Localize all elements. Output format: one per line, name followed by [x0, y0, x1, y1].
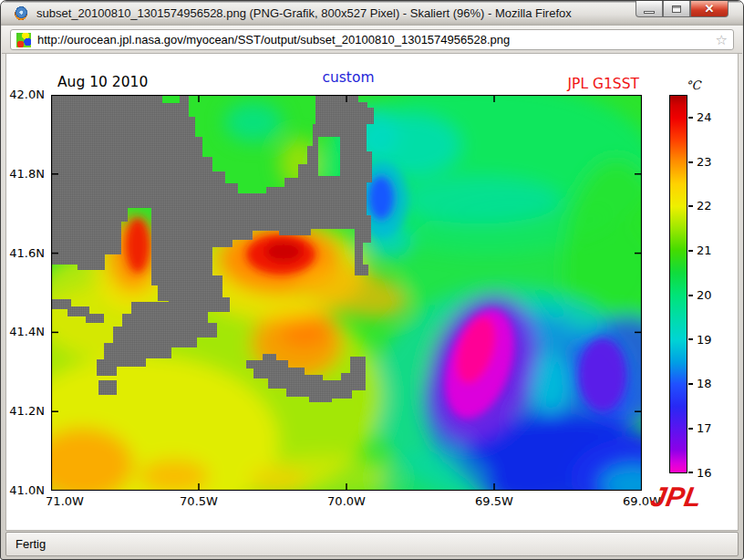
colorbar-tick	[688, 250, 693, 252]
colorbar-tick-label: 21	[697, 244, 724, 257]
title-bar[interactable]: subset_20100810_1301574956528.png (PNG-G…	[1, 1, 743, 26]
jpl-logo: JPL	[648, 482, 704, 513]
colorbar-tick	[688, 205, 693, 207]
colorbar-tick	[688, 338, 693, 340]
y-tick-label: 41.2N	[6, 404, 45, 418]
x-tick-label: 70.5W	[179, 494, 219, 508]
close-icon: ✕	[705, 3, 715, 15]
x-tick-label: 70.0W	[326, 494, 367, 508]
firefox-icon	[13, 5, 29, 22]
maximize-button[interactable]	[663, 1, 690, 17]
maximize-icon	[672, 5, 681, 13]
page-favicon	[16, 33, 31, 47]
sst-map	[51, 95, 642, 491]
colorbar-tick-label: 24	[697, 110, 724, 124]
page-content: Aug 10 2010 custom JPL G1SST °C	[5, 53, 739, 531]
colorbar-tick-label: 18	[697, 377, 724, 390]
figure-region-label: custom	[307, 69, 389, 86]
colorbar-tick	[688, 161, 693, 163]
colorbar-tick-label: 16	[697, 466, 724, 480]
status-bar: Fertig	[5, 532, 739, 556]
window-controls: ✕	[636, 1, 728, 17]
minimize-button[interactable]	[636, 1, 663, 17]
browser-window: subset_20100810_1301574956528.png (PNG-G…	[0, 0, 744, 560]
figure-product-label: JPL G1SST	[552, 76, 639, 92]
temperature-colorbar	[669, 95, 687, 473]
land-no-mans-land	[98, 380, 117, 395]
colorbar-tick	[688, 117, 693, 119]
colorbar-tick-label: 17	[697, 421, 724, 435]
colorbar-unit-label: °C	[686, 78, 700, 92]
colorbar-tick	[688, 428, 693, 430]
figure-date-label: Aug 10 2010	[57, 74, 148, 90]
y-tick-label: 41.0N	[6, 483, 45, 497]
y-tick-label: 41.6N	[6, 246, 45, 260]
y-tick-label: 41.8N	[6, 167, 45, 181]
bookmark-star-icon[interactable]: ☆	[716, 33, 728, 47]
url-field[interactable]: http://ourocean.jpl.nasa.gov/myocean/SST…	[10, 29, 734, 50]
colorbar-tick-label: 20	[697, 288, 724, 302]
status-text: Fertig	[16, 537, 46, 551]
navigation-bar: http://ourocean.jpl.nasa.gov/myocean/SST…	[2, 26, 742, 54]
y-tick-label: 42.0N	[6, 88, 45, 101]
url-text: http://ourocean.jpl.nasa.gov/myocean/SST…	[37, 33, 510, 47]
colorbar-tick-label: 19	[697, 333, 724, 347]
colorbar-tick-label: 22	[697, 199, 724, 213]
x-tick-label: 71.0W	[45, 494, 85, 508]
window-title: subset_20100810_1301574956528.png (PNG-G…	[36, 6, 572, 20]
colorbar-tick	[688, 472, 693, 473]
colorbar-tick	[688, 383, 693, 385]
colorbar-tick-label: 23	[697, 155, 724, 169]
y-tick-label: 41.4N	[6, 325, 45, 338]
x-tick-label: 69.5W	[474, 494, 514, 508]
close-button[interactable]: ✕	[690, 1, 728, 17]
colorbar-tick	[688, 295, 693, 296]
minimize-icon	[644, 11, 655, 14]
